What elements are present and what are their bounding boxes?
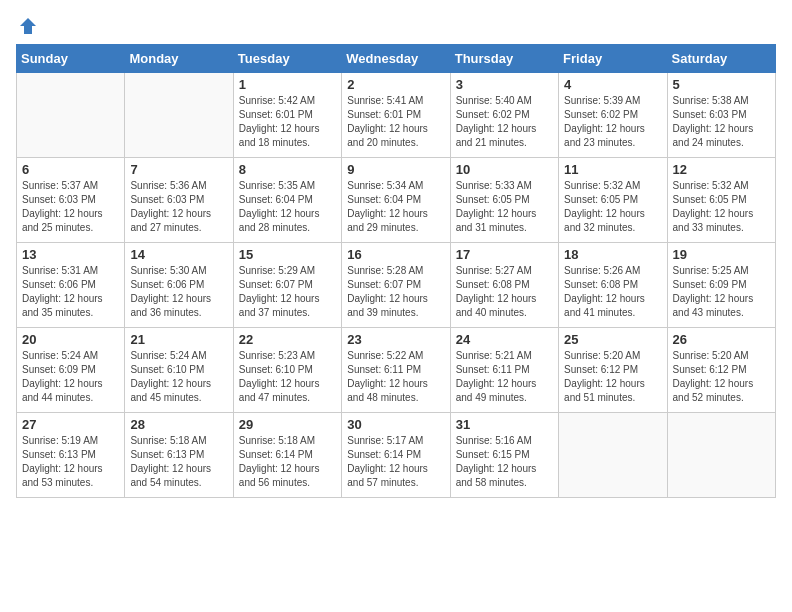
day-info: Sunrise: 5:34 AMSunset: 6:04 PMDaylight:… bbox=[347, 179, 444, 235]
calendar-cell: 7Sunrise: 5:36 AMSunset: 6:03 PMDaylight… bbox=[125, 158, 233, 243]
calendar-cell: 15Sunrise: 5:29 AMSunset: 6:07 PMDayligh… bbox=[233, 243, 341, 328]
day-number: 13 bbox=[22, 247, 119, 262]
day-number: 20 bbox=[22, 332, 119, 347]
day-info: Sunrise: 5:24 AMSunset: 6:10 PMDaylight:… bbox=[130, 349, 227, 405]
weekday-header-monday: Monday bbox=[125, 45, 233, 73]
calendar-cell: 10Sunrise: 5:33 AMSunset: 6:05 PMDayligh… bbox=[450, 158, 558, 243]
day-number: 28 bbox=[130, 417, 227, 432]
day-number: 16 bbox=[347, 247, 444, 262]
calendar-cell: 30Sunrise: 5:17 AMSunset: 6:14 PMDayligh… bbox=[342, 413, 450, 498]
day-info: Sunrise: 5:38 AMSunset: 6:03 PMDaylight:… bbox=[673, 94, 770, 150]
day-info: Sunrise: 5:21 AMSunset: 6:11 PMDaylight:… bbox=[456, 349, 553, 405]
day-info: Sunrise: 5:20 AMSunset: 6:12 PMDaylight:… bbox=[673, 349, 770, 405]
day-info: Sunrise: 5:16 AMSunset: 6:15 PMDaylight:… bbox=[456, 434, 553, 490]
logo-icon bbox=[18, 16, 38, 36]
calendar-cell: 21Sunrise: 5:24 AMSunset: 6:10 PMDayligh… bbox=[125, 328, 233, 413]
calendar-cell: 26Sunrise: 5:20 AMSunset: 6:12 PMDayligh… bbox=[667, 328, 775, 413]
day-number: 5 bbox=[673, 77, 770, 92]
calendar-cell: 18Sunrise: 5:26 AMSunset: 6:08 PMDayligh… bbox=[559, 243, 667, 328]
day-info: Sunrise: 5:36 AMSunset: 6:03 PMDaylight:… bbox=[130, 179, 227, 235]
day-info: Sunrise: 5:26 AMSunset: 6:08 PMDaylight:… bbox=[564, 264, 661, 320]
weekday-header-sunday: Sunday bbox=[17, 45, 125, 73]
day-number: 26 bbox=[673, 332, 770, 347]
weekday-header-row: SundayMondayTuesdayWednesdayThursdayFrid… bbox=[17, 45, 776, 73]
calendar-cell: 20Sunrise: 5:24 AMSunset: 6:09 PMDayligh… bbox=[17, 328, 125, 413]
day-number: 9 bbox=[347, 162, 444, 177]
calendar-cell: 23Sunrise: 5:22 AMSunset: 6:11 PMDayligh… bbox=[342, 328, 450, 413]
day-number: 10 bbox=[456, 162, 553, 177]
day-number: 23 bbox=[347, 332, 444, 347]
day-number: 4 bbox=[564, 77, 661, 92]
day-info: Sunrise: 5:17 AMSunset: 6:14 PMDaylight:… bbox=[347, 434, 444, 490]
calendar-cell: 29Sunrise: 5:18 AMSunset: 6:14 PMDayligh… bbox=[233, 413, 341, 498]
day-info: Sunrise: 5:19 AMSunset: 6:13 PMDaylight:… bbox=[22, 434, 119, 490]
day-info: Sunrise: 5:32 AMSunset: 6:05 PMDaylight:… bbox=[564, 179, 661, 235]
day-info: Sunrise: 5:39 AMSunset: 6:02 PMDaylight:… bbox=[564, 94, 661, 150]
calendar-week-row: 1Sunrise: 5:42 AMSunset: 6:01 PMDaylight… bbox=[17, 73, 776, 158]
calendar-cell: 22Sunrise: 5:23 AMSunset: 6:10 PMDayligh… bbox=[233, 328, 341, 413]
calendar-cell: 3Sunrise: 5:40 AMSunset: 6:02 PMDaylight… bbox=[450, 73, 558, 158]
calendar-cell: 27Sunrise: 5:19 AMSunset: 6:13 PMDayligh… bbox=[17, 413, 125, 498]
day-info: Sunrise: 5:33 AMSunset: 6:05 PMDaylight:… bbox=[456, 179, 553, 235]
day-number: 18 bbox=[564, 247, 661, 262]
calendar-cell: 31Sunrise: 5:16 AMSunset: 6:15 PMDayligh… bbox=[450, 413, 558, 498]
svg-marker-0 bbox=[20, 18, 36, 34]
day-number: 15 bbox=[239, 247, 336, 262]
day-number: 27 bbox=[22, 417, 119, 432]
calendar-week-row: 20Sunrise: 5:24 AMSunset: 6:09 PMDayligh… bbox=[17, 328, 776, 413]
calendar-cell bbox=[667, 413, 775, 498]
calendar-cell: 25Sunrise: 5:20 AMSunset: 6:12 PMDayligh… bbox=[559, 328, 667, 413]
calendar-cell: 11Sunrise: 5:32 AMSunset: 6:05 PMDayligh… bbox=[559, 158, 667, 243]
day-info: Sunrise: 5:24 AMSunset: 6:09 PMDaylight:… bbox=[22, 349, 119, 405]
day-info: Sunrise: 5:41 AMSunset: 6:01 PMDaylight:… bbox=[347, 94, 444, 150]
calendar-cell bbox=[559, 413, 667, 498]
day-info: Sunrise: 5:30 AMSunset: 6:06 PMDaylight:… bbox=[130, 264, 227, 320]
calendar-cell: 28Sunrise: 5:18 AMSunset: 6:13 PMDayligh… bbox=[125, 413, 233, 498]
weekday-header-wednesday: Wednesday bbox=[342, 45, 450, 73]
calendar-cell: 8Sunrise: 5:35 AMSunset: 6:04 PMDaylight… bbox=[233, 158, 341, 243]
day-info: Sunrise: 5:25 AMSunset: 6:09 PMDaylight:… bbox=[673, 264, 770, 320]
day-info: Sunrise: 5:42 AMSunset: 6:01 PMDaylight:… bbox=[239, 94, 336, 150]
day-info: Sunrise: 5:27 AMSunset: 6:08 PMDaylight:… bbox=[456, 264, 553, 320]
calendar-cell: 6Sunrise: 5:37 AMSunset: 6:03 PMDaylight… bbox=[17, 158, 125, 243]
day-number: 11 bbox=[564, 162, 661, 177]
calendar-cell: 2Sunrise: 5:41 AMSunset: 6:01 PMDaylight… bbox=[342, 73, 450, 158]
calendar-cell: 1Sunrise: 5:42 AMSunset: 6:01 PMDaylight… bbox=[233, 73, 341, 158]
day-info: Sunrise: 5:18 AMSunset: 6:14 PMDaylight:… bbox=[239, 434, 336, 490]
calendar-cell: 24Sunrise: 5:21 AMSunset: 6:11 PMDayligh… bbox=[450, 328, 558, 413]
calendar-cell bbox=[125, 73, 233, 158]
day-info: Sunrise: 5:28 AMSunset: 6:07 PMDaylight:… bbox=[347, 264, 444, 320]
page-header bbox=[16, 16, 776, 36]
calendar-week-row: 27Sunrise: 5:19 AMSunset: 6:13 PMDayligh… bbox=[17, 413, 776, 498]
day-number: 25 bbox=[564, 332, 661, 347]
day-info: Sunrise: 5:31 AMSunset: 6:06 PMDaylight:… bbox=[22, 264, 119, 320]
day-number: 2 bbox=[347, 77, 444, 92]
calendar-cell: 19Sunrise: 5:25 AMSunset: 6:09 PMDayligh… bbox=[667, 243, 775, 328]
calendar-cell: 12Sunrise: 5:32 AMSunset: 6:05 PMDayligh… bbox=[667, 158, 775, 243]
day-number: 14 bbox=[130, 247, 227, 262]
day-info: Sunrise: 5:35 AMSunset: 6:04 PMDaylight:… bbox=[239, 179, 336, 235]
calendar-week-row: 13Sunrise: 5:31 AMSunset: 6:06 PMDayligh… bbox=[17, 243, 776, 328]
calendar-cell: 17Sunrise: 5:27 AMSunset: 6:08 PMDayligh… bbox=[450, 243, 558, 328]
calendar-cell: 9Sunrise: 5:34 AMSunset: 6:04 PMDaylight… bbox=[342, 158, 450, 243]
day-number: 1 bbox=[239, 77, 336, 92]
day-info: Sunrise: 5:18 AMSunset: 6:13 PMDaylight:… bbox=[130, 434, 227, 490]
day-number: 19 bbox=[673, 247, 770, 262]
day-info: Sunrise: 5:32 AMSunset: 6:05 PMDaylight:… bbox=[673, 179, 770, 235]
calendar-cell bbox=[17, 73, 125, 158]
day-number: 29 bbox=[239, 417, 336, 432]
logo bbox=[16, 16, 38, 36]
day-number: 6 bbox=[22, 162, 119, 177]
calendar-cell: 14Sunrise: 5:30 AMSunset: 6:06 PMDayligh… bbox=[125, 243, 233, 328]
weekday-header-tuesday: Tuesday bbox=[233, 45, 341, 73]
day-number: 12 bbox=[673, 162, 770, 177]
day-number: 31 bbox=[456, 417, 553, 432]
day-info: Sunrise: 5:40 AMSunset: 6:02 PMDaylight:… bbox=[456, 94, 553, 150]
calendar-cell: 4Sunrise: 5:39 AMSunset: 6:02 PMDaylight… bbox=[559, 73, 667, 158]
weekday-header-friday: Friday bbox=[559, 45, 667, 73]
weekday-header-saturday: Saturday bbox=[667, 45, 775, 73]
day-info: Sunrise: 5:22 AMSunset: 6:11 PMDaylight:… bbox=[347, 349, 444, 405]
day-number: 30 bbox=[347, 417, 444, 432]
day-number: 21 bbox=[130, 332, 227, 347]
day-info: Sunrise: 5:37 AMSunset: 6:03 PMDaylight:… bbox=[22, 179, 119, 235]
